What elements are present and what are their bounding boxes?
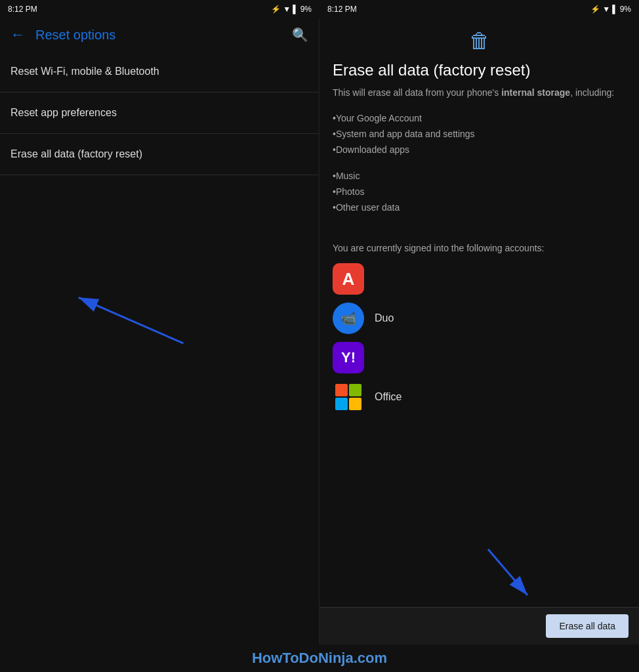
list-item: •Your Google Account [333, 110, 626, 126]
left-status-icons: ⚡ ▼ ▌ 9% [271, 5, 312, 14]
yahoo-icon: Y! [333, 342, 364, 373]
arrow-annotation-container: Erase all data (factory reset) [0, 134, 319, 644]
factory-reset-title: Erase all data (factory reset) [333, 61, 626, 79]
left-status-bar: 8:12 PM ⚡ ▼ ▌ 9% [0, 0, 320, 18]
trash-icon: 🗑 [469, 29, 490, 53]
signal-icon: ▌ [293, 5, 299, 14]
duo-label: Duo [375, 312, 394, 324]
account-item-yahoo: Y! [333, 342, 626, 373]
back-button[interactable]: ← [10, 26, 25, 43]
erase-all-data-button[interactable]: Erase all data [546, 614, 629, 638]
bottom-bar: Erase all data [320, 607, 639, 644]
left-time: 8:12 PM [8, 5, 37, 14]
right-time: 8:12 PM [327, 5, 357, 14]
watermark: HowToDoNinja.com [0, 644, 639, 672]
duo-icon: 📹 [333, 303, 364, 334]
office-icon [333, 381, 364, 413]
svg-line-1 [79, 297, 184, 343]
battery-percent: 9% [300, 5, 312, 14]
data-items-list: •Your Google Account •System and app dat… [333, 110, 626, 215]
signed-in-text: You are currently signed into the follow… [333, 242, 626, 255]
wifi-icon: ▼ [283, 5, 291, 14]
menu-item-app-prefs[interactable]: Reset app preferences [0, 93, 319, 134]
page-title: Reset options [35, 28, 115, 43]
right-panel: 🗑 Erase all data (factory reset) This wi… [320, 18, 639, 644]
bluetooth-icon: ⚡ [271, 5, 281, 14]
office-label: Office [375, 391, 402, 403]
menu-item-factory-reset[interactable]: Erase all data (factory reset) [0, 134, 319, 175]
right-wifi-icon: ▼ [602, 5, 610, 14]
accounts-list: A 📹 Duo Y! [333, 263, 626, 465]
search-button[interactable]: 🔍 [292, 27, 308, 43]
right-bluetooth-icon: ⚡ [590, 5, 600, 14]
list-item: •Other user data [333, 200, 626, 215]
list-item: •Photos [333, 184, 626, 200]
factory-reset-description: This will erase all data from your phone… [333, 86, 626, 100]
account-item-office: Office [333, 381, 626, 413]
account-item-adobe: A [333, 263, 626, 295]
right-signal-icon: ▌ [612, 5, 618, 14]
left-header: ← Reset options 🔍 [0, 18, 319, 51]
adobe-icon: A [333, 263, 364, 295]
menu-item-wifi-reset[interactable]: Reset Wi-Fi, mobile & Bluetooth [0, 51, 319, 93]
list-item: •Music [333, 168, 626, 184]
right-content: 🗑 Erase all data (factory reset) This wi… [320, 18, 639, 644]
account-item-duo: 📹 Duo [333, 303, 626, 334]
list-item: •System and app data and settings [333, 126, 626, 142]
list-item: •Downloaded apps [333, 142, 626, 158]
right-battery-percent: 9% [620, 5, 631, 14]
right-status-icons: ⚡ ▼ ▌ 9% [590, 5, 631, 14]
trash-icon-container: 🗑 [333, 29, 626, 53]
left-panel: ← Reset options 🔍 Reset Wi-Fi, mobile & … [0, 18, 320, 644]
right-status-bar: 8:12 PM ⚡ ▼ ▌ 9% [320, 0, 639, 18]
